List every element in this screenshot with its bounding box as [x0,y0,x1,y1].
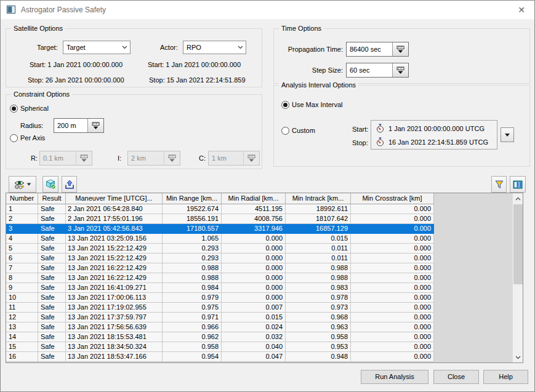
custom-radio[interactable] [281,127,289,135]
table-row[interactable]: 4 Safe 13 Jan 2021 03:25:09.156 1.065 0.… [6,234,434,244]
time-options-group: Time Options Propagation Time: 86400 sec… [273,28,530,84]
cell-result: Safe [38,254,66,263]
use-max-interval-radio[interactable] [281,101,289,109]
time-options-label: Time Options [279,25,324,32]
actor-combo[interactable]: RPO [183,41,246,54]
spherical-radio[interactable] [10,105,18,113]
propagation-time-field[interactable]: 86400 sec [346,42,409,57]
cell-min-crosstrack: 0.000 [351,313,434,322]
propagation-time-value: 86400 sec [347,42,392,56]
cell-min-range: 0.962 [163,332,222,342]
cell-min-radial: 0.047 [222,352,286,362]
column-header[interactable]: Min Intrack [km... [286,193,351,204]
actor-label: Actor: [160,44,178,51]
table-row[interactable]: 9 Safe 13 Jan 2021 16:41:09.271 0.984 0.… [6,283,434,293]
cell-min-range: 17180.557 [163,224,222,234]
cell-min-intrack: 0.953 [286,342,351,352]
per-axis-radio[interactable] [10,134,18,142]
analysis-interval-options-group: Analysis Interval Options Use Max Interv… [273,85,530,167]
table-row[interactable]: 11 Safe 13 Jan 2021 17:19:02.955 0.975 0… [6,303,434,313]
column-header[interactable]: Number [6,193,38,204]
vertical-scrollbar[interactable] [512,193,523,362]
cell-min-range: 0.984 [163,283,222,293]
column-header[interactable]: Maneuver Time [UTCG]... [66,193,163,204]
cell-maneuver-time: 2 Jan 2021 17:55:01.196 [66,214,163,224]
cell-maneuver-time: 3 Jan 2021 05:42:56.843 [66,224,163,234]
radius-unit-spinner[interactable] [87,119,103,132]
table-row[interactable]: 12 Safe 13 Jan 2021 17:37:59.797 0.971 0… [6,313,434,322]
cell-maneuver-time: 13 Jan 2021 18:53:47.166 [66,352,163,362]
actor-combo-value: RPO [183,44,235,51]
ruler-down-arrow-icon [396,46,404,54]
cell-maneuver-time: 13 Jan 2021 17:00:06.113 [66,293,163,303]
table-row[interactable]: 10 Safe 13 Jan 2021 17:00:06.113 0.979 0… [6,293,434,303]
cell-min-intrack: 0.963 [286,322,351,332]
cell-maneuver-time: 13 Jan 2021 16:22:12.429 [66,263,163,273]
interval-dropdown-button[interactable] [501,127,514,142]
table-row[interactable]: 5 Safe 13 Jan 2021 15:22:12.429 0.293 0.… [6,244,434,254]
table-row[interactable]: 14 Safe 13 Jan 2021 18:15:53.481 0.962 0… [6,332,434,342]
scroll-down-icon[interactable] [513,352,523,362]
table-row[interactable]: 7 Safe 13 Jan 2021 16:22:12.429 0.988 0.… [6,263,434,273]
column-header[interactable]: Result [38,193,66,204]
target-combo[interactable]: Target [63,41,131,54]
column-chooser-button[interactable] [510,176,526,193]
table-row[interactable]: 2 Safe 2 Jan 2021 17:55:01.196 18556.191… [6,214,434,224]
radius-value: 200 m [54,119,87,132]
propagation-time-unit-spinner[interactable] [392,42,408,56]
cell-min-radial: 0.040 [222,342,286,352]
cell-min-range: 1.065 [163,234,222,244]
cell-min-intrack: 16857.129 [286,224,351,234]
cell-min-range: 0.954 [163,352,222,362]
cell-min-crosstrack: 0.000 [351,214,434,224]
cell-min-range: 0.975 [163,303,222,313]
column-header[interactable]: Min Radial [km... [222,193,286,204]
close-button[interactable]: Close [433,370,479,384]
cell-result: Safe [38,283,66,293]
export-button[interactable] [62,176,77,193]
cell-number: 8 [6,273,38,283]
cell-number: 12 [6,313,38,322]
cell-maneuver-time: 13 Jan 2021 17:19:02.955 [66,303,163,313]
step-size-field[interactable]: 60 sec [346,63,409,78]
cell-min-intrack: 0.983 [286,283,351,293]
table-row[interactable]: 13 Safe 13 Jan 2021 17:56:56.639 0.966 0… [6,322,434,332]
interval-box[interactable]: 1 Jan 2021 00:00:00.000 UTCG 16 Jan 2021… [371,120,497,150]
c-value: 1 km [209,151,243,165]
table-row[interactable]: 16 Safe 13 Jan 2021 18:53:47.166 0.954 0… [6,352,434,362]
radius-field[interactable]: 200 m [54,118,104,133]
satellite-options-group: Satellite Options Target: Target Actor: … [6,28,262,87]
column-header[interactable]: Min Crosstrack [km] [351,193,434,204]
close-icon[interactable]: ✕ [515,4,528,16]
help-button[interactable]: Help [483,370,528,384]
cell-min-radial: 0.000 [222,273,286,283]
table-row[interactable]: 6 Safe 13 Jan 2021 15:22:12.429 0.293 0.… [6,254,434,263]
cell-number: 9 [6,283,38,293]
chevron-down-icon [119,46,130,49]
run-analysis-button[interactable]: Run Analysis [361,370,428,384]
step-size-label: Step Size: [286,66,343,74]
actor-start-text: Start: 1 Jan 2021 00:00:00.000 [148,61,241,68]
cell-min-intrack: 0.973 [286,303,351,313]
validate-button[interactable] [42,176,58,193]
radius-label: Radius: [20,122,43,129]
ruler-down-arrow-icon [168,154,176,162]
table-row[interactable]: 8 Safe 13 Jan 2021 16:22:12.429 0.988 0.… [6,273,434,283]
interval-start-label: Start: [352,126,368,133]
funnel-filter-icon [494,180,504,190]
table-row[interactable]: 1 Safe 2 Jan 2021 06:54:28.840 19522.674… [6,204,434,214]
cell-result: Safe [38,293,66,303]
cell-min-crosstrack: 0.000 [351,303,434,313]
reports-split-button[interactable] [9,176,36,193]
scrollbar-thumb[interactable] [513,204,523,284]
scroll-up-icon[interactable] [513,193,523,204]
column-header[interactable]: Min Range [km... [163,193,222,204]
filter-button[interactable] [491,176,507,193]
custom-radio-label: Custom [292,127,315,134]
cell-min-crosstrack: 0.000 [351,273,434,283]
step-size-unit-spinner[interactable] [392,63,408,77]
table-row[interactable]: 15 Safe 13 Jan 2021 18:34:50.324 0.958 0… [6,342,434,352]
constraint-options-label: Constraint Options [11,90,72,98]
table-row[interactable]: 3 Safe 3 Jan 2021 05:42:56.843 17180.557… [6,224,434,234]
target-start-text: Start: 1 Jan 2021 00:00:00.000 [30,61,123,68]
